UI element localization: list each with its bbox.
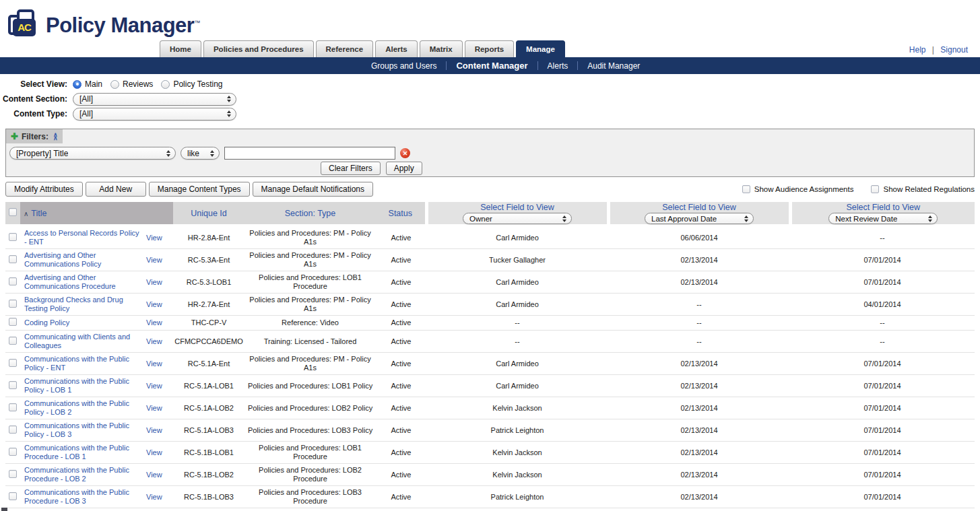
radio-main[interactable] bbox=[73, 80, 81, 89]
modify-attributes-button[interactable]: Modify Attributes bbox=[5, 182, 83, 197]
title-link[interactable]: Access to Personal Records Policy - ENT bbox=[24, 229, 139, 246]
next-review-date-cell: 07/01/2014 bbox=[790, 442, 975, 464]
row-checkbox[interactable] bbox=[9, 492, 17, 500]
radio-option-main[interactable]: Main bbox=[73, 79, 102, 89]
table-row: Communications with the Public Policy - … bbox=[5, 375, 975, 397]
title-link[interactable]: Communications with the Public Policy - … bbox=[24, 399, 129, 416]
view-link[interactable]: View bbox=[146, 471, 162, 479]
row-checkbox[interactable] bbox=[9, 448, 17, 456]
title-link[interactable]: Coding Policy bbox=[24, 318, 69, 327]
signout-link[interactable]: Signout bbox=[940, 45, 968, 55]
title-link[interactable]: Advertising and Other Communications Pol… bbox=[24, 251, 101, 268]
filter-operator-select[interactable]: like bbox=[181, 147, 220, 160]
field-select-last-approval-date[interactable]: Last Approval Date bbox=[645, 213, 754, 224]
tab-matrix[interactable]: Matrix bbox=[420, 40, 463, 57]
title-link[interactable]: Communications with the Public Policy - … bbox=[24, 355, 129, 372]
table-row: Advertising and Other Communications Pro… bbox=[5, 271, 975, 294]
radio-reviews[interactable] bbox=[110, 80, 119, 89]
title-link[interactable]: Communications with the Public Policy - … bbox=[24, 421, 129, 438]
table-row: Coding PolicyViewTHC-CP-VReference: Vide… bbox=[5, 316, 975, 331]
title-link[interactable]: Communications with the Public Procedure… bbox=[24, 466, 129, 483]
view-link[interactable]: View bbox=[146, 300, 162, 308]
column-header-status[interactable]: Status bbox=[376, 202, 426, 226]
select-all-checkbox[interactable] bbox=[9, 208, 17, 216]
field-select-owner[interactable]: Owner bbox=[463, 213, 572, 224]
radio-option-policy-testing[interactable]: Policy Testing bbox=[161, 79, 222, 89]
view-link[interactable]: View bbox=[146, 318, 162, 327]
row-checkbox[interactable] bbox=[9, 381, 17, 389]
filter-property-select[interactable]: [Property] Title bbox=[9, 147, 176, 160]
title-link[interactable]: Communications with the Public Policy - … bbox=[24, 377, 129, 394]
title-link[interactable]: Communicating with Clients and Colleague… bbox=[24, 333, 130, 349]
status-cell: Active bbox=[376, 486, 426, 508]
help-link[interactable]: Help bbox=[909, 45, 926, 55]
table-row: Advertising and Other Communications Pol… bbox=[5, 249, 975, 271]
tab-manage[interactable]: Manage bbox=[516, 40, 565, 57]
filter-value-input[interactable] bbox=[224, 147, 395, 160]
row-checkbox[interactable] bbox=[9, 359, 17, 367]
radio-policy-testing[interactable] bbox=[161, 80, 170, 89]
view-link[interactable]: View bbox=[146, 278, 162, 286]
view-link[interactable]: View bbox=[146, 360, 162, 368]
view-link[interactable]: View bbox=[146, 234, 162, 242]
manage-default-notifications-button[interactable]: Manage Default Notifications bbox=[253, 182, 373, 197]
subnav-groups-and-users[interactable]: Groups and Users bbox=[362, 61, 446, 71]
row-checkbox[interactable] bbox=[9, 403, 17, 411]
unique-id-cell: CFMCPCCA6DEMO bbox=[173, 331, 244, 353]
tab-policies-and-procedures[interactable]: Policies and Procedures bbox=[203, 40, 314, 57]
row-checkbox[interactable] bbox=[9, 300, 17, 308]
row-checkbox[interactable] bbox=[9, 425, 17, 434]
title-link[interactable]: Communications with the Public Procedure… bbox=[24, 444, 129, 461]
clear-filters-button[interactable]: Clear Filters bbox=[321, 162, 381, 175]
row-checkbox[interactable] bbox=[9, 470, 17, 478]
content-type-select[interactable]: [All] bbox=[73, 108, 236, 121]
view-link[interactable]: View bbox=[146, 448, 162, 456]
apply-button[interactable]: Apply bbox=[386, 162, 422, 175]
subnav-content-manager[interactable]: Content Manager bbox=[447, 61, 537, 71]
view-link[interactable]: View bbox=[146, 256, 162, 264]
column-header-title[interactable]: ∧Title bbox=[20, 202, 173, 226]
tab-home[interactable]: Home bbox=[160, 40, 201, 57]
add-filter-icon[interactable]: ✚ bbox=[11, 132, 18, 141]
view-link[interactable]: View bbox=[146, 404, 162, 412]
table-row: Communications with the Public Procedure… bbox=[5, 442, 975, 464]
row-checkbox[interactable] bbox=[9, 233, 17, 241]
row-checkbox[interactable] bbox=[9, 255, 17, 263]
view-link[interactable]: View bbox=[146, 382, 162, 390]
tab-alerts[interactable]: Alerts bbox=[375, 40, 418, 57]
title-cell: Access to Personal Records Policy - ENT bbox=[20, 226, 145, 249]
next-review-date-cell: -- bbox=[790, 508, 975, 511]
table-row: Communicating with Clients and Colleague… bbox=[5, 331, 975, 353]
owner-cell: Carl Armideo bbox=[426, 375, 608, 397]
view-cell: View bbox=[145, 375, 173, 397]
column-header-section-type[interactable]: Section: Type bbox=[244, 202, 376, 226]
content-section-select[interactable]: [All] bbox=[73, 93, 236, 106]
collapse-filters-icon[interactable]: ∧∧ bbox=[53, 133, 58, 140]
app-logo: AC Policy Manager™ bbox=[8, 8, 200, 42]
view-link[interactable]: View bbox=[146, 493, 162, 501]
show-audience-assignments-checkbox[interactable] bbox=[742, 185, 750, 193]
field-select-next-review-date[interactable]: Next Review Date bbox=[828, 213, 938, 224]
tab-reference[interactable]: Reference bbox=[316, 40, 374, 57]
title-link[interactable]: Advertising and Other Communications Pro… bbox=[24, 273, 116, 290]
add-new-button[interactable]: Add New bbox=[86, 182, 146, 197]
view-link[interactable]: View bbox=[146, 337, 162, 345]
row-checkbox[interactable] bbox=[9, 337, 17, 345]
row-checkbox[interactable] bbox=[9, 277, 17, 285]
title-link[interactable]: Background Checks and Drug Testing Polic… bbox=[24, 296, 123, 312]
row-checkbox[interactable] bbox=[9, 318, 17, 326]
row-select-cell bbox=[5, 316, 20, 331]
tab-reports[interactable]: Reports bbox=[465, 40, 514, 57]
subnav-alerts[interactable]: Alerts bbox=[538, 61, 578, 71]
next-review-date-cell: 04/01/2014 bbox=[790, 294, 975, 316]
show-related-regulations-checkbox[interactable] bbox=[871, 185, 879, 193]
subnav-audit-manager[interactable]: Audit Manager bbox=[578, 61, 649, 71]
title-link[interactable]: Communications with the Public Procedure… bbox=[24, 488, 129, 505]
manage-content-types-button[interactable]: Manage Content Types bbox=[149, 182, 250, 197]
status-cell: Active bbox=[376, 271, 426, 294]
view-link[interactable]: View bbox=[146, 426, 162, 434]
radio-option-reviews[interactable]: Reviews bbox=[110, 79, 153, 89]
title-cell: Communications with the Public Policy - … bbox=[20, 419, 145, 442]
column-header-unique-id[interactable]: Unique Id bbox=[173, 202, 244, 226]
remove-filter-icon[interactable]: ✕ bbox=[400, 148, 410, 158]
